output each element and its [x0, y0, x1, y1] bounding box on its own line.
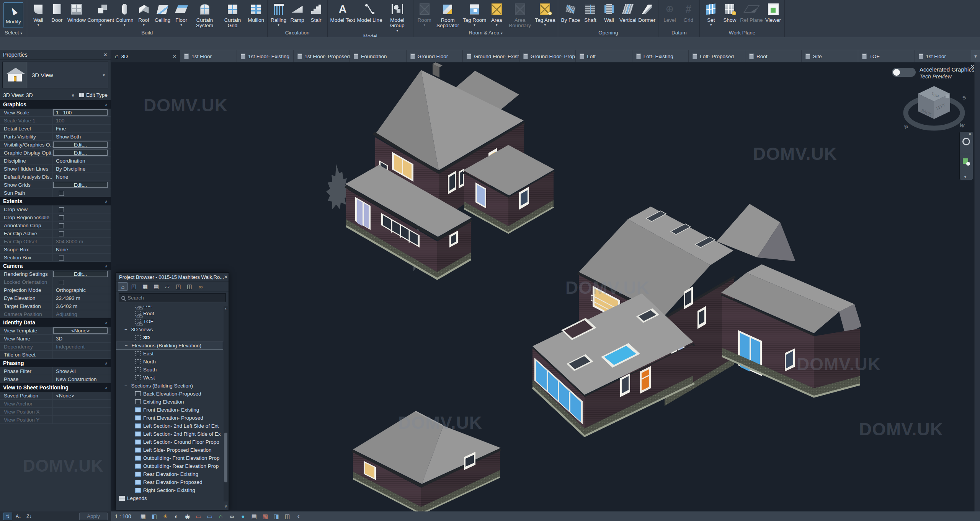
- model-text-button[interactable]: Model Text: [330, 1, 356, 33]
- floor-button[interactable]: Floor▾: [172, 1, 191, 29]
- tab-loft-existing[interactable]: Loft- Existing: [632, 50, 689, 62]
- gdo-edit-button[interactable]: Edit...: [53, 150, 108, 156]
- tab-overflow-arrow-icon[interactable]: ▼: [971, 50, 980, 62]
- window-button[interactable]: Window: [67, 1, 87, 29]
- discipline-value[interactable]: Coordination: [53, 157, 111, 164]
- section-header-camera[interactable]: Camera∧: [0, 262, 111, 270]
- rendering-settings-edit-button[interactable]: Edit...: [53, 271, 108, 277]
- scrollbar-thumb[interactable]: [224, 433, 227, 482]
- projection-mode-value[interactable]: Orthographic: [53, 286, 111, 294]
- selection-icon[interactable]: ◫: [283, 513, 292, 520]
- room-separator-button[interactable]: Room Separator: [434, 1, 462, 29]
- collapse-section-icon[interactable]: ∧: [105, 103, 108, 107]
- tab-tof[interactable]: TOF: [858, 50, 915, 62]
- sort-menu-icon[interactable]: ⇅: [3, 513, 12, 520]
- tree-item-section[interactable]: Front Elevation- Existing: [116, 406, 223, 414]
- curtain-grid-button[interactable]: Curtain Grid: [219, 1, 247, 29]
- house-front[interactable]: [532, 204, 861, 436]
- crop-region-visible-checkbox[interactable]: [59, 215, 64, 220]
- vertical-opening-button[interactable]: Vertical: [619, 1, 637, 29]
- ceiling-button[interactable]: Ceiling: [154, 1, 172, 29]
- tree-item-section[interactable]: Back Elevation-Proposed: [116, 390, 223, 398]
- panel-label-room-area[interactable]: Room & Area ▾: [413, 29, 558, 37]
- visual-style-icon[interactable]: ▦: [139, 513, 148, 520]
- tab-1st-floor[interactable]: 1st Floor: [180, 50, 237, 62]
- project-browser-titlebar[interactable]: Project Browser - 0015-15 Mashiters Walk…: [116, 273, 229, 282]
- collapse-section-icon[interactable]: ∧: [105, 321, 108, 325]
- tree-item-legends[interactable]: Legends: [116, 494, 223, 501]
- mullion-button[interactable]: Mullion: [247, 1, 265, 29]
- group-icon[interactable]: ◫: [185, 282, 194, 291]
- tag-area-button[interactable]: Tag Area▾: [534, 1, 556, 29]
- door-button[interactable]: Door: [48, 1, 66, 29]
- show-button[interactable]: Show: [720, 1, 739, 29]
- target-elevation-value[interactable]: 3.6402 m: [53, 302, 111, 310]
- title-on-sheet-value[interactable]: [53, 351, 111, 358]
- collapse-section-icon[interactable]: ∧: [105, 199, 108, 204]
- model-line-button[interactable]: Model Line: [356, 1, 383, 33]
- temporary-hide-icon[interactable]: ●: [238, 513, 248, 520]
- chevron-down-icon[interactable]: ∨: [71, 93, 75, 98]
- home-icon[interactable]: ⌂: [118, 282, 128, 291]
- railing-button[interactable]: Railing▾: [270, 1, 288, 29]
- displace-icon[interactable]: ◨: [272, 513, 281, 520]
- sort-za-icon[interactable]: Z↓: [24, 513, 34, 520]
- chevron-down-icon[interactable]: ▾: [964, 175, 966, 179]
- link-icon[interactable]: ∞: [196, 282, 206, 291]
- collapse-section-icon[interactable]: ∧: [105, 264, 108, 268]
- sun-path-checkbox[interactable]: [59, 191, 64, 196]
- tab-1st-floor-proposed[interactable]: 1st Floor- Proposed: [294, 50, 350, 62]
- phase-value[interactable]: New Construction: [53, 375, 111, 383]
- tab-ground-floor-proposed[interactable]: Ground Floor- Proposed: [519, 50, 576, 62]
- tree-item-section[interactable]: Front Elevation- Proposed: [116, 414, 223, 422]
- column-button[interactable]: Column▾: [115, 1, 134, 29]
- render-icon[interactable]: ◉: [183, 513, 192, 520]
- section-header-view-sheet-positioning[interactable]: View to Sheet Positioning∧: [0, 383, 111, 392]
- set-button[interactable]: Set▾: [702, 1, 720, 29]
- saved-position-value[interactable]: <None>: [53, 392, 111, 399]
- eye-elevation-value[interactable]: 22.4393 m: [53, 294, 111, 302]
- tree-group-sections[interactable]: Sections (Building Section): [116, 382, 223, 390]
- panel-label-select[interactable]: Select ▾: [0, 29, 27, 37]
- 3d-box-icon[interactable]: ◳: [129, 282, 139, 291]
- area-button[interactable]: Area▾: [487, 1, 506, 29]
- tag-room-button[interactable]: Tag Room▾: [462, 1, 487, 29]
- tree-item-elevation[interactable]: West: [116, 374, 223, 382]
- graphic-display-icon[interactable]: ◧: [150, 513, 159, 520]
- roof-button[interactable]: Roof▾: [135, 1, 153, 29]
- collapse-icon[interactable]: ‹: [294, 513, 303, 520]
- phase-filter-value[interactable]: Show All: [53, 367, 111, 375]
- dormer-button[interactable]: Dormer: [637, 1, 656, 29]
- tree-item-level[interactable]: Roof: [116, 309, 223, 317]
- tree-item-section[interactable]: Left Section- Ground Floor Propo: [116, 438, 223, 446]
- ramp-button[interactable]: Ramp: [288, 1, 307, 29]
- tab-site[interactable]: Site: [802, 50, 858, 62]
- zoom-icon[interactable]: [963, 158, 968, 164]
- vg-edit-button[interactable]: Edit...: [53, 142, 108, 148]
- stair-button[interactable]: Stair: [307, 1, 325, 29]
- section-header-phasing[interactable]: Phasing∧: [0, 359, 111, 367]
- sort-az-icon[interactable]: A↓: [14, 513, 23, 520]
- tree-item-3d-view[interactable]: 3D: [116, 334, 223, 342]
- tab-1st-floor-existing[interactable]: 1st Floor- Existing: [237, 50, 294, 62]
- tree-group-3d-views[interactable]: 3D Views: [116, 326, 223, 334]
- table-icon[interactable]: ▤: [151, 282, 161, 291]
- tree-item-section[interactable]: Left Side- Proposed Elevation: [116, 446, 223, 454]
- scroll-down-icon[interactable]: ∨: [224, 504, 227, 509]
- model-group-button[interactable]: Model Group▾: [384, 1, 411, 33]
- collapse-section-icon[interactable]: ∧: [105, 386, 108, 390]
- house-rear[interactable]: [345, 62, 554, 279]
- navigation-bar[interactable]: ✕ ▾: [959, 131, 973, 180]
- tree-item-section[interactable]: Existing Elevation: [116, 398, 223, 406]
- crop-view-checkbox[interactable]: [59, 207, 64, 212]
- tab-loft[interactable]: Loft: [576, 50, 632, 62]
- far-clip-active-checkbox[interactable]: [59, 231, 64, 236]
- tab-1st-floor-2[interactable]: 1st Floor: [915, 50, 972, 62]
- apply-button[interactable]: Apply: [79, 513, 108, 520]
- steering-wheel-icon[interactable]: [962, 138, 970, 145]
- section-header-graphics[interactable]: Graphics∧: [0, 100, 111, 109]
- tree-item-section[interactable]: Outbuilding- Rear Elevation Prop: [116, 462, 223, 470]
- shadows-icon[interactable]: ◐: [172, 513, 181, 520]
- drawing-area[interactable]: DOMV.UK DOMV.UK DOMV.UK DOMV.UK DOMV.UK …: [111, 62, 980, 511]
- browser-search-input[interactable]: Search: [119, 293, 226, 302]
